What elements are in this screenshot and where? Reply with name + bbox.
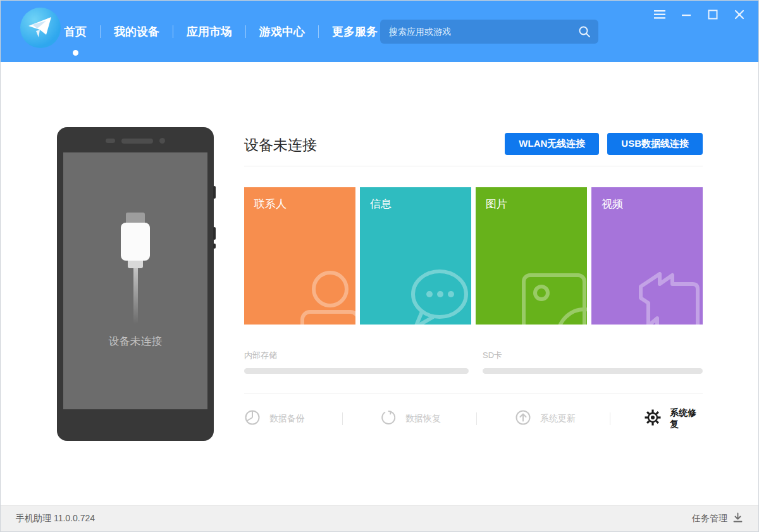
search-input[interactable] [380, 20, 578, 44]
main-nav: 首页 我的设备 应用市场 游戏中心 更多服务 [64, 1, 392, 62]
restore-icon [380, 409, 397, 428]
status-bar: 手机助理 11.0.0.724 任务管理 [1, 505, 758, 531]
system-update-action[interactable]: 系统更新 [515, 404, 576, 434]
nav-item-my-device[interactable]: 我的设备 [101, 24, 173, 39]
search-icon[interactable] [578, 25, 591, 38]
action-label: 系统修复 [670, 407, 703, 430]
divider [244, 166, 703, 166]
app-window: 首页 我的设备 应用市场 游戏中心 更多服务 [0, 0, 759, 532]
action-label: 数据备份 [269, 413, 305, 424]
close-icon[interactable] [733, 8, 746, 21]
category-tiles: 联系人 信息 [244, 187, 703, 325]
minimize-icon[interactable] [680, 8, 693, 21]
tool-actions: 数据备份 数据恢复 [244, 404, 703, 434]
phone-status-text: 设备未连接 [109, 334, 163, 349]
tile-label: 信息 [370, 197, 392, 211]
device-panel: 设备未连接 WLAN无线连接 USB数据线连接 联系人 [244, 62, 703, 507]
tile-label: 视频 [602, 197, 623, 211]
internal-storage-bar [244, 368, 469, 374]
videos-icon [632, 265, 703, 325]
active-nav-dot [73, 50, 78, 56]
phone-sensor [159, 138, 165, 144]
nav-item-app-market[interactable]: 应用市场 [173, 24, 245, 39]
tile-messages[interactable]: 信息 [360, 187, 471, 325]
phone-camera [106, 139, 115, 143]
data-restore-action[interactable]: 数据恢复 [380, 404, 441, 434]
tile-pictures[interactable]: 图片 [476, 187, 587, 325]
connection-status-title: 设备未连接 [244, 135, 317, 155]
sd-card-label: SD卡 [483, 350, 502, 361]
action-label: 系统更新 [540, 413, 576, 424]
backup-icon [244, 409, 261, 428]
internal-storage-label: 内部存储 [244, 350, 277, 361]
task-manager-button[interactable]: 任务管理 [692, 512, 743, 525]
search-box [380, 20, 598, 44]
download-icon [732, 512, 743, 525]
nav-label: 应用市场 [187, 25, 232, 38]
maximize-icon[interactable] [707, 8, 719, 21]
nav-label: 游戏中心 [259, 25, 305, 38]
nav-label: 首页 [64, 25, 87, 38]
usb-connect-button[interactable]: USB数据线连接 [607, 133, 703, 155]
contacts-icon [288, 268, 355, 325]
paper-plane-icon [27, 16, 54, 40]
window-controls [653, 8, 746, 21]
phone-screen: 设备未连接 [63, 152, 207, 409]
app-header: 首页 我的设备 应用市场 游戏中心 更多服务 [1, 1, 758, 62]
phone-power-button [213, 227, 216, 240]
task-manager-label: 任务管理 [692, 513, 727, 524]
app-logo[interactable] [20, 8, 61, 48]
system-repair-action[interactable]: 系统修复 [645, 404, 703, 434]
action-separator [476, 412, 477, 425]
system-update-icon [515, 409, 531, 428]
tile-contacts[interactable]: 联系人 [244, 187, 355, 325]
phone-side-key [213, 244, 216, 249]
phone-speaker [121, 139, 153, 144]
phone-volume-button [213, 186, 216, 199]
nav-item-home[interactable]: 首页 [64, 24, 100, 39]
connect-buttons: WLAN无线连接 USB数据线连接 [505, 133, 703, 155]
menu-icon[interactable] [653, 8, 666, 21]
sd-card-bar [483, 368, 703, 374]
phone-bezel [57, 138, 214, 144]
data-backup-action[interactable]: 数据备份 [244, 404, 305, 434]
tile-label: 联系人 [254, 197, 287, 211]
pictures-icon [517, 266, 587, 325]
wlan-connect-button[interactable]: WLAN无线连接 [505, 133, 599, 155]
nav-item-game-center[interactable]: 游戏中心 [246, 24, 318, 39]
messages-icon [400, 265, 471, 325]
tile-label: 图片 [486, 197, 507, 211]
phone-illustration: 设备未连接 [57, 127, 214, 441]
divider [244, 393, 703, 393]
action-label: 数据恢复 [405, 413, 441, 424]
app-version-text: 手机助理 11.0.0.724 [16, 513, 95, 524]
nav-label: 我的设备 [114, 25, 159, 38]
action-separator [342, 412, 343, 425]
action-separator [610, 412, 610, 425]
nav-label: 更多服务 [332, 25, 378, 38]
tile-videos[interactable]: 视频 [591, 187, 703, 325]
main-content: 设备未连接 设备未连接 WLAN无线连接 USB数据线连接 联系人 [1, 62, 759, 507]
repair-gear-icon [645, 409, 661, 428]
usb-plug-icon [121, 213, 150, 324]
